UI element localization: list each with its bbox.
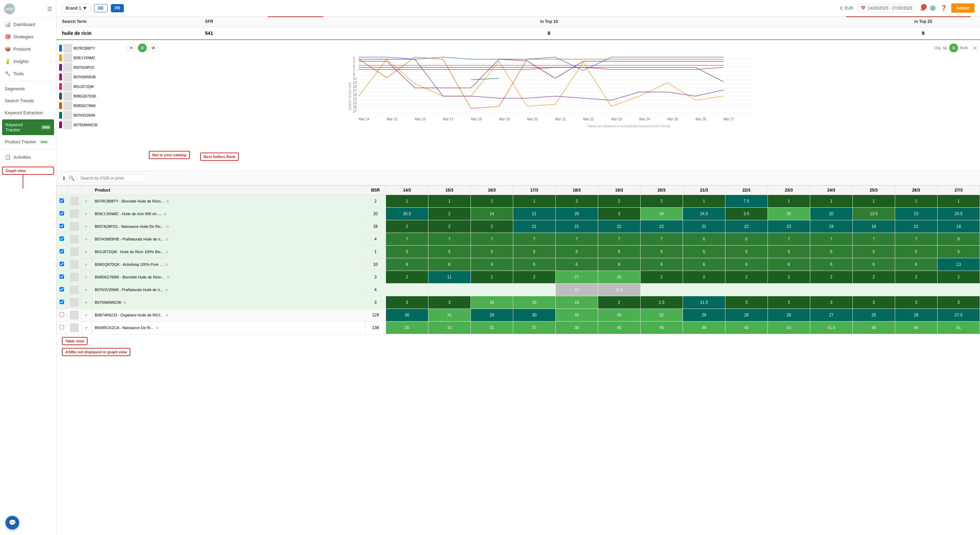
table-column-headers: Search Term SFR in Top 10 Hourly, daily … — [56, 16, 980, 27]
view-btn-h[interactable]: H — [127, 43, 136, 52]
row-d20-10: 40 — [640, 322, 682, 334]
sidebar-item-activities[interactable]: 📋 Activities — [0, 151, 56, 163]
row-d23-9: 29 — [767, 309, 810, 322]
download-icon[interactable]: ⬇ — [62, 176, 66, 181]
org-btn[interactable]: Org — [934, 46, 941, 50]
row-thumb-4 — [67, 246, 82, 258]
row-checkbox-8[interactable] — [57, 296, 67, 309]
search-icon[interactable]: 🔍 — [69, 176, 75, 181]
copy-icon-6[interactable]: ⧉ — [167, 275, 169, 279]
row-checkbox-9[interactable] — [57, 309, 67, 322]
asin-search-input[interactable] — [77, 174, 146, 182]
row-name-10: B009ROXZCA - Naissance De Ri... ⧉ — [92, 322, 366, 334]
sidebar-item-segments[interactable]: Segments — [0, 83, 56, 95]
product-item-7: B07H3V29W6 — [59, 111, 124, 120]
row-checkbox-7[interactable] — [57, 284, 67, 296]
row-d23-2: 23 — [767, 220, 810, 233]
row-bsr-3: 4 — [365, 233, 386, 246]
row-flag-10: ↗ — [82, 322, 92, 334]
copy-icon-8[interactable]: ⧉ — [124, 301, 126, 305]
col-image — [67, 186, 82, 195]
row-d15-9: 31 — [428, 309, 471, 322]
row-checkbox-0[interactable] — [57, 195, 67, 208]
row-flag-7: ↗ — [82, 284, 92, 296]
row-checkbox-2[interactable] — [57, 220, 67, 233]
strategies-icon: 🎯 — [5, 34, 11, 39]
sidebar-item-strategies[interactable]: 🎯 Strategies — [0, 30, 56, 43]
copy-icon-2[interactable]: ⧉ — [166, 225, 169, 229]
rankings-table: Product BSR 14/3 15/3 16/3 17/3 18/3 19/… — [56, 186, 980, 334]
row-checkbox-3[interactable] — [57, 233, 67, 246]
close-chart-icon[interactable]: ✕ — [973, 45, 977, 51]
hamburger-icon[interactable]: ☰ — [47, 6, 52, 12]
row-d20-6: 2 — [640, 271, 682, 284]
copy-icon-5[interactable]: ⧉ — [165, 263, 168, 267]
copy-icon-3[interactable]: ⧉ — [166, 237, 169, 241]
sp-btn[interactable]: Sp — [943, 46, 947, 50]
row-checkbox-10[interactable] — [57, 322, 67, 334]
sfr-value: 541 — [192, 30, 226, 36]
row-d21-5: 6 — [682, 258, 725, 271]
row-d18-2: 21 — [555, 220, 598, 233]
notification-icon[interactable]: 🔔 7 — [920, 5, 925, 11]
date-range[interactable]: 📅 14/03/2023 - 27/03/2023 — [858, 4, 916, 12]
row-thumb-6 — [67, 271, 82, 284]
sidebar-item-product-tracker[interactable]: Product Tracker beta — [0, 136, 56, 148]
view-btn-w[interactable]: W — [149, 43, 158, 52]
svg-text:21: 21 — [353, 97, 357, 101]
row-d22-0: 7.5 — [725, 195, 767, 208]
sidebar-item-insights[interactable]: 💡 Insights ‹ — [0, 55, 56, 67]
sidebar-item-products[interactable]: 📦 Products — [0, 43, 56, 55]
row-bsr-10: 138 — [365, 322, 386, 334]
product-asin-4: B01IJ572QM — [73, 85, 94, 89]
row-d20-8: 2.5 — [640, 296, 682, 309]
row-d17-3: 7 — [513, 233, 555, 246]
row-checkbox-6[interactable] — [57, 271, 67, 284]
row-d26-2: 21 — [895, 220, 937, 233]
row-checkbox-4[interactable] — [57, 246, 67, 258]
row-d23-6: 2 — [767, 271, 810, 284]
svg-text:25: 25 — [353, 105, 357, 109]
copy-icon-9[interactable]: ⧉ — [165, 313, 168, 317]
row-d18-3: 7 — [555, 233, 598, 246]
sidebar-item-keyword-extraction[interactable]: Keyword Extraction — [0, 107, 56, 119]
copy-icon-10[interactable]: ⧉ — [156, 326, 158, 330]
row-checkbox-5[interactable] — [57, 258, 67, 271]
svg-text:19: 19 — [353, 93, 357, 97]
annotation-table-view-container: Table view — [62, 337, 975, 345]
table-row: ↗ B01IJ572QM - Huile de Ricin 100% Bio..… — [57, 246, 980, 258]
svg-text:1: 1 — [353, 56, 355, 60]
table-row: ↗ B07RCB88TY - Bionoble Huile de Ricin..… — [57, 195, 980, 208]
svg-text:3: 3 — [353, 60, 355, 64]
beta-badge-product: beta — [40, 140, 49, 144]
sidebar-item-keyword-tracker[interactable]: Keyword Tracker beta — [2, 119, 54, 135]
row-d27-7 — [937, 284, 980, 296]
admin-button[interactable]: Admin — [951, 3, 975, 13]
row-checkbox-1[interactable] — [57, 208, 67, 220]
sidebar-item-tools[interactable]: 🔧 Tools — [0, 67, 56, 80]
row-d22-2: 22 — [725, 220, 767, 233]
row-d25-4: 5 — [853, 246, 895, 258]
row-name-2: B007A28P2G - Naissance Huile De Ric... ⧉ — [92, 220, 366, 233]
country-be-button[interactable]: BE — [94, 4, 107, 12]
sidebar-item-dashboard[interactable]: 📊 Dashboard — [0, 18, 56, 30]
row-d22-1: 3.5 — [725, 208, 767, 220]
g-btn[interactable]: G — [949, 43, 958, 52]
svg-text:Mar 16: Mar 16 — [415, 117, 426, 121]
both-btn[interactable]: Both — [960, 46, 968, 50]
view-btn-d[interactable]: D — [138, 43, 147, 52]
row-d24-9: 27 — [810, 309, 853, 322]
country-fr-button[interactable]: FR — [111, 4, 124, 12]
copy-icon-4[interactable]: ⧉ — [166, 250, 169, 254]
sidebar-item-search-trends[interactable]: Search Trends — [0, 95, 56, 107]
copy-icon-7[interactable]: ⧉ — [165, 288, 168, 292]
help-icon[interactable]: ❓ — [940, 5, 947, 11]
copy-icon-1[interactable]: ⧉ — [164, 212, 166, 216]
svg-text:Mar 18: Mar 18 — [471, 117, 482, 121]
row-d24-1: 20 — [810, 208, 853, 220]
settings-icon[interactable]: ⚙️ — [929, 5, 936, 11]
row-d21-8: 11.5 — [682, 296, 725, 309]
copy-icon-0[interactable]: ⧉ — [166, 199, 169, 203]
chat-button[interactable]: 💬 — [5, 516, 19, 530]
brand-selector[interactable]: Brand 1 ▼ — [62, 4, 91, 12]
